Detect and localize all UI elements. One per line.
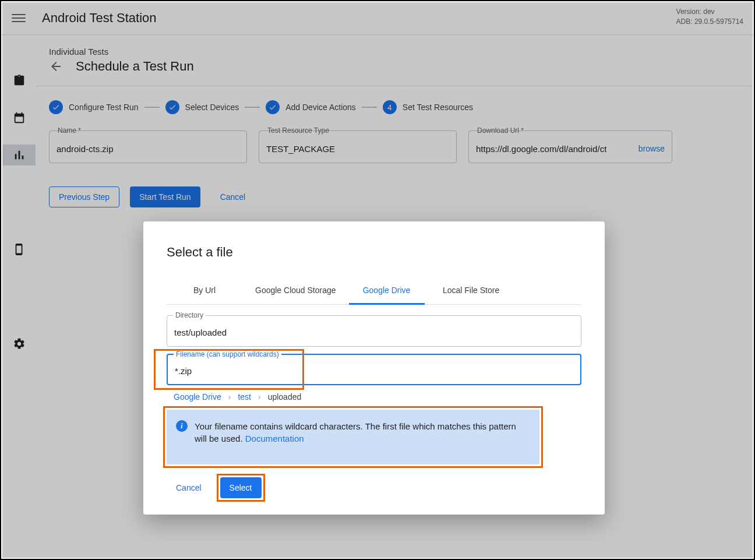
dialog-select-button[interactable]: Select: [220, 477, 262, 498]
stepper: Configure Test Run Select Devices Add De…: [49, 100, 740, 114]
dialog-actions: Cancel Select: [167, 477, 581, 498]
chevron-right-icon: ›: [228, 392, 231, 401]
select-file-dialog: Select a file By Url Google Cloud Storag…: [143, 221, 605, 515]
step-number: 4: [383, 100, 397, 114]
info-icon: i: [176, 420, 188, 432]
check-icon: [168, 103, 177, 111]
step-label: Set Test Resources: [403, 103, 473, 112]
chevron-right-icon: ›: [258, 392, 261, 401]
step-label: Add Device Actions: [285, 103, 356, 112]
cancel-button[interactable]: Cancel: [211, 186, 255, 207]
step-connector: [144, 107, 160, 108]
nav-analytics-icon[interactable]: [3, 145, 36, 165]
field-value: https://dl.google.com/dl/android/ct: [476, 144, 606, 154]
documentation-link[interactable]: Documentation: [245, 434, 304, 443]
type-field[interactable]: Test Resource Type TEST_PACKAGE: [259, 131, 457, 163]
tab-local-file-store[interactable]: Local File Store: [425, 277, 518, 304]
step-devices[interactable]: Select Devices: [165, 100, 239, 114]
field-value: *.zip: [175, 366, 192, 376]
dialog-cancel-button[interactable]: Cancel: [167, 477, 211, 498]
previous-step-button[interactable]: Previous Step: [49, 186, 119, 207]
start-test-run-button[interactable]: Start Test Run: [130, 186, 200, 207]
browse-link[interactable]: browse: [633, 144, 665, 153]
step-configure[interactable]: Configure Test Run: [49, 100, 139, 114]
field-label: Download Url *: [475, 126, 526, 135]
url-field[interactable]: Download Url * https://dl.google.com/dl/…: [468, 131, 672, 163]
back-arrow-icon[interactable]: [49, 59, 63, 73]
tab-google-drive[interactable]: Google Drive: [349, 277, 425, 305]
breadcrumb-item: uploaded: [268, 392, 302, 401]
field-value: android-cts.zip: [57, 144, 114, 154]
step-connector: [245, 107, 260, 108]
top-bar: Android Test Station Version: dev ADB: 2…: [1, 1, 754, 35]
page-title: Schedule a Test Run: [76, 59, 194, 74]
breadcrumb: Individual Tests: [49, 47, 740, 57]
divider: [36, 86, 753, 86]
check-icon: [52, 103, 60, 111]
step-resources[interactable]: 4 Set Test Resources: [383, 100, 473, 114]
nav-calendar-icon[interactable]: [3, 107, 36, 128]
info-banner: i Your filename contains wildcard charac…: [167, 410, 539, 464]
breadcrumb-item[interactable]: Google Drive: [174, 392, 221, 401]
step-device-actions[interactable]: Add Device Actions: [266, 100, 356, 114]
tab-gcs[interactable]: Google Cloud Storage: [242, 277, 349, 304]
app-title: Android Test Station: [42, 10, 157, 26]
side-nav: [2, 36, 36, 558]
field-value: test/uploaded: [174, 327, 227, 337]
dialog-title: Select a file: [167, 245, 581, 260]
field-label: Directory: [173, 311, 206, 319]
version-info: Version: dev ADB: 29.0.5-5975714: [676, 7, 743, 27]
action-buttons: Previous Step Start Test Run Cancel: [49, 186, 740, 207]
path-breadcrumb: Google Drive › test › uploaded: [174, 392, 581, 401]
directory-field[interactable]: Directory test/uploaded: [167, 315, 581, 347]
step-label: Configure Test Run: [69, 103, 139, 112]
breadcrumb-item[interactable]: test: [238, 392, 251, 401]
nav-settings-icon[interactable]: [3, 333, 36, 354]
field-label: Filename (can support wildcards): [174, 350, 281, 358]
field-label: Name *: [55, 126, 83, 135]
step-connector: [362, 107, 377, 108]
name-field[interactable]: Name * android-cts.zip: [49, 131, 247, 163]
field-value: TEST_PACKAGE: [266, 144, 335, 154]
dialog-tabs: By Url Google Cloud Storage Google Drive…: [167, 277, 581, 305]
adb-line: ADB: 29.0.5-5975714: [676, 17, 743, 27]
check-icon: [269, 103, 277, 111]
step-label: Select Devices: [185, 103, 239, 112]
nav-device-icon[interactable]: [3, 239, 36, 260]
resource-fields: Name * android-cts.zip Test Resource Typ…: [49, 131, 740, 163]
info-text: Your filename contains wildcard characte…: [195, 420, 530, 445]
filename-field[interactable]: Filename (can support wildcards) *.zip: [167, 354, 581, 385]
nav-clipboard-icon[interactable]: [3, 70, 36, 91]
version-line: Version: dev: [676, 7, 743, 17]
menu-icon[interactable]: [12, 11, 26, 25]
tab-by-url[interactable]: By Url: [167, 277, 242, 304]
field-label: Test Resource Type: [265, 126, 331, 135]
